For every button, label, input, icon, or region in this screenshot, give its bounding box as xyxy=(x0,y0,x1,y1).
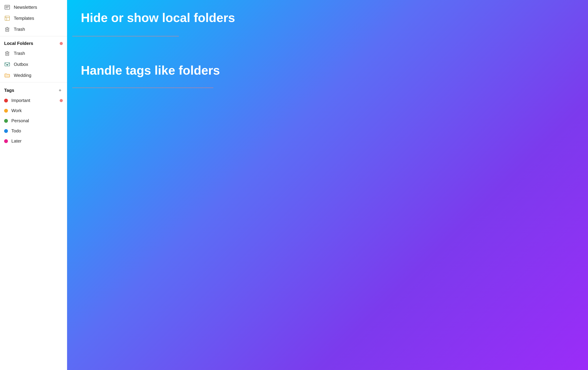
templates-icon: A xyxy=(4,15,10,21)
trash-icon-top xyxy=(4,26,10,32)
trash-icon-local xyxy=(4,50,10,56)
callout-title-2: Handle tags like folders xyxy=(81,63,220,78)
sidebar-item-outbox[interactable]: Outbox xyxy=(0,59,67,70)
important-dot xyxy=(4,99,8,103)
sidebar-item-todo[interactable]: Todo xyxy=(0,126,67,136)
personal-label: Personal xyxy=(11,118,29,123)
newsletter-icon xyxy=(4,4,10,10)
trash-top-label: Trash xyxy=(14,27,25,32)
divider-1 xyxy=(0,36,67,36)
sidebar-item-personal[interactable]: Personal xyxy=(0,116,67,126)
tags-annotation-dot xyxy=(60,99,63,102)
personal-dot xyxy=(4,119,8,123)
local-folders-title: Local Folders xyxy=(4,41,33,46)
annotation-line-2 xyxy=(72,88,213,88)
outbox-label: Outbox xyxy=(14,62,28,67)
todo-dot xyxy=(4,129,8,133)
later-dot xyxy=(4,139,8,143)
work-dot xyxy=(4,109,8,113)
sidebar-item-work[interactable]: Work xyxy=(0,106,67,116)
newsletters-label: Newsletters xyxy=(14,5,37,10)
wedding-label: Wedding xyxy=(14,73,31,78)
local-folders-annotation-dot xyxy=(60,42,63,45)
sidebar-item-templates[interactable]: A Templates xyxy=(0,13,67,24)
add-tag-button[interactable]: + xyxy=(57,87,63,94)
work-label: Work xyxy=(11,108,22,113)
local-folders-header: Local Folders xyxy=(0,38,67,48)
callout-title-1: Hide or show local folders xyxy=(81,10,235,25)
annotation-line-1 xyxy=(72,36,179,36)
svg-text:A: A xyxy=(6,16,6,17)
tags-header: Tags + xyxy=(0,84,67,95)
tags-title: Tags xyxy=(4,88,14,93)
outbox-icon xyxy=(4,61,10,67)
sidebar-item-trash-top[interactable]: Trash xyxy=(0,24,67,35)
sidebar: Newsletters A Templates Trash xyxy=(0,0,67,370)
templates-label: Templates xyxy=(14,16,34,21)
folder-icon xyxy=(4,72,10,78)
todo-label: Todo xyxy=(11,128,21,134)
local-trash-label: Trash xyxy=(14,51,25,56)
sidebar-item-local-trash[interactable]: Trash xyxy=(0,48,67,59)
main-content: Hide or show local folders Handle tags l… xyxy=(67,0,588,370)
later-label: Later xyxy=(11,138,21,144)
sidebar-item-wedding[interactable]: Wedding xyxy=(0,70,67,81)
sidebar-item-later[interactable]: Later xyxy=(0,136,67,146)
sidebar-item-newsletters[interactable]: Newsletters xyxy=(0,2,67,13)
important-label: Important xyxy=(11,98,30,103)
sidebar-item-important[interactable]: Important xyxy=(0,95,67,106)
